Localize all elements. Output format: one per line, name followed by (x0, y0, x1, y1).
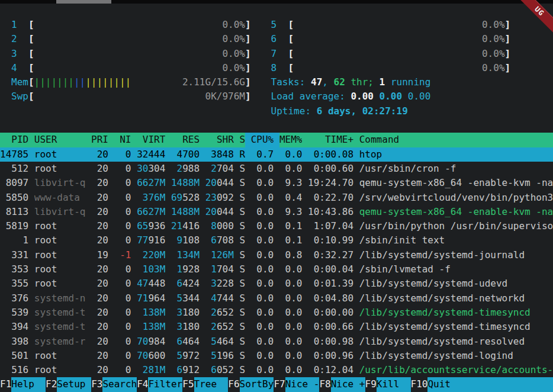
cpu-meter-value: 0.0% (482, 32, 505, 46)
time-cell: 0:04.80 (308, 291, 353, 306)
fkey-tree[interactable]: F5Tree (182, 377, 228, 391)
command-cell: /lib/systemd/systemd-timesyncd (359, 306, 553, 320)
fkey-kill[interactable]: F9Kill (365, 377, 411, 391)
cpu-meter-value: 0.0% (222, 47, 245, 61)
time-cell: 19:24.70 (308, 176, 353, 190)
swap-meter-bar: 0K/976M (34, 89, 245, 104)
user-cell: root (34, 147, 86, 162)
fkey-label: Search (102, 377, 137, 391)
process-row-501[interactable]: 501root2007060059725196S0.00.00:00.96/li… (0, 349, 553, 363)
load-label: Load average: (271, 89, 351, 104)
column-header-time[interactable]: TIME+ (308, 133, 353, 147)
process-row-394[interactable]: 394systemd-t200138M31802652S0.00.00:00.6… (0, 320, 553, 334)
column-header-cpu[interactable]: CPU% (251, 133, 274, 147)
memory-value: 8000 (205, 219, 234, 233)
memory-meter-bar: |||||||||||||||||2.11G/15.6G (34, 75, 245, 89)
process-row-14785[interactable]: 14785root2003244447003848R0.70.00:00.08h… (0, 147, 553, 162)
time-cell: 10:43.86 (308, 205, 353, 219)
meter-open-bracket: [ (288, 18, 294, 32)
process-row-331[interactable]: 331root19-1220M134M126MS0.00.80:32.27/li… (0, 248, 553, 262)
process-row-8113[interactable]: 8113libvirt-q2006627M1488M20044S0.09.310… (0, 205, 553, 219)
cpu-meter-label: 1 (11, 18, 28, 32)
memory-value: 2988 (171, 162, 200, 176)
fkey-number: F4 (137, 377, 148, 391)
meter-close-bracket: ] (245, 61, 251, 75)
fkey-label: Help (11, 377, 46, 391)
mem-percent-cell: 0.0 (279, 277, 303, 291)
column-header-user[interactable]: USER (34, 133, 86, 147)
column-header-mem[interactable]: MEM% (279, 133, 303, 147)
user-cell: libvirt-q (34, 205, 86, 219)
meter-open-bracket: [ (288, 61, 294, 75)
column-header-pri[interactable]: PRI (91, 133, 108, 147)
nice-cell: 0 (114, 176, 131, 190)
column-header-s[interactable]: S (239, 133, 245, 147)
memory-value: 6464 (171, 335, 200, 349)
memory-value: 20044 (205, 176, 234, 190)
fkey-nice[interactable]: F8Nice + (319, 377, 365, 391)
column-header-shr[interactable]: SHR (205, 133, 234, 147)
memory-value: 5464 (205, 335, 234, 349)
used-pipe: | (46, 75, 52, 89)
pid-cell: 512 (0, 162, 28, 176)
user-cell: www-data (34, 191, 86, 205)
process-row-353[interactable]: 353root200103M19281704S0.00.00:00.04/sbi… (0, 262, 553, 277)
process-row-398[interactable]: 398systemd-r2007098464645464S0.00.00:00.… (0, 335, 553, 349)
cache-pipe: | (91, 75, 97, 89)
state-cell: S (239, 219, 245, 233)
column-header-virt[interactable]: VIRT (137, 133, 165, 147)
fkey-sortby[interactable]: F6SortBy (228, 377, 274, 391)
fkey-setup[interactable]: F2Setup (46, 377, 91, 391)
mem-percent-cell: 0.8 (279, 248, 303, 262)
cpu-meter-6: 6[0.0%] (271, 32, 511, 46)
fkey-help[interactable]: F1Help (0, 377, 46, 391)
process-row-512[interactable]: 512root2003030429882704S0.00.00:00.60/us… (0, 162, 553, 176)
memory-value: 9108 (171, 233, 200, 248)
priority-cell: 20 (91, 262, 108, 277)
process-row-516[interactable]: 516root200281M69126052S0.00.00:12.04/usr… (0, 363, 553, 377)
cpu-percent-cell: 0.0 (251, 233, 274, 248)
mem-percent-cell: 0.1 (279, 233, 303, 248)
cpu-percent-cell: 0.0 (251, 262, 274, 277)
used-pipe: | (40, 75, 46, 89)
cpu-meter-bar: 0.0% (294, 61, 504, 75)
fkey-search[interactable]: F3Search (91, 377, 137, 391)
process-row-376[interactable]: 376systemd-n2007196453444744S0.00.00:04.… (0, 291, 553, 306)
column-header-res[interactable]: RES (171, 133, 200, 147)
fkey-label: Setup (57, 377, 91, 391)
tasks-line: Tasks: 47, 62 thr; 1 running (271, 75, 511, 89)
tab-strip-segment[interactable] (56, 0, 111, 4)
pid-cell: 5850 (0, 191, 28, 205)
state-cell: S (239, 191, 245, 205)
column-header-pid[interactable]: PID (0, 133, 28, 147)
state-cell: S (239, 349, 245, 363)
memory-value: 2704 (205, 162, 234, 176)
memory-value: 30304 (137, 162, 165, 176)
fkey-number: F10 (411, 377, 428, 391)
process-row-1[interactable]: 1root2007791691086708S0.00.10:10.99/sbin… (0, 233, 553, 248)
memory-value: 6708 (205, 233, 234, 248)
cpu-percent-cell: 0.0 (251, 162, 274, 176)
process-row-5850[interactable]: 5850www-data200376M6952823092S0.00.40:22… (0, 191, 553, 205)
fkey-filter[interactable]: F4Filter (137, 377, 182, 391)
cpu-meter-label: 6 (271, 32, 288, 46)
fkey-number: F8 (319, 377, 330, 391)
process-row-539[interactable]: 539systemd-t200138M31802652S0.00.00:00.0… (0, 306, 553, 320)
cpu-meter-1: 1[0.0%] (11, 18, 251, 32)
memory-value: 3180 (171, 306, 200, 320)
fkey-label: Filter (148, 377, 182, 391)
meter-open-bracket: [ (28, 32, 34, 46)
user-cell: systemd-t (34, 320, 86, 334)
nice-cell: 0 (114, 147, 131, 162)
fkey-quit[interactable]: F10Quit (411, 377, 553, 391)
process-row-355[interactable]: 355root2004744864243228S0.00.00:01.39/li… (0, 277, 553, 291)
memory-meter-label: Mem (11, 75, 28, 89)
fkey-nice[interactable]: F7Nice - (274, 377, 319, 391)
user-cell: systemd-r (34, 335, 86, 349)
process-row-5819[interactable]: 5819root20065936214168000S0.00.11:07.04/… (0, 219, 553, 233)
process-row-8097[interactable]: 8097libvirt-q2006627M1488M20044S0.09.319… (0, 176, 553, 190)
column-header-command[interactable]: Command (359, 133, 553, 147)
column-header-ni[interactable]: NI (114, 133, 131, 147)
meters-left-column: 1[0.0%]2[0.0%]3[0.0%]4[0.0%]Mem[||||||||… (11, 18, 251, 118)
priority-cell: 20 (91, 219, 108, 233)
